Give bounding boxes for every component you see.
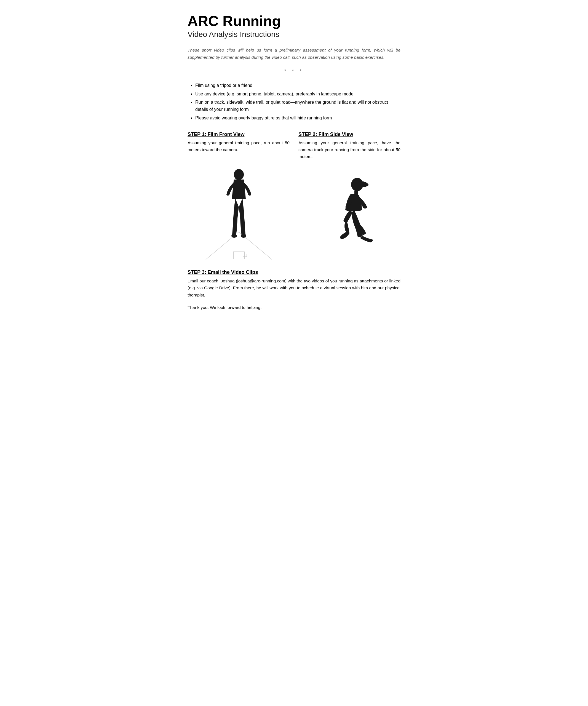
svg-rect-3 — [243, 254, 247, 257]
svg-rect-2 — [233, 252, 244, 259]
svg-point-6 — [241, 234, 246, 238]
subtitle: Video Analysis Instructions — [188, 30, 400, 39]
step1-col: STEP 1: Film Front View Assuming your ge… — [188, 131, 299, 160]
svg-point-4 — [234, 169, 244, 180]
step2-description: Assuming your general training pace, hav… — [299, 140, 400, 160]
bullet-list: Film using a tripod or a friend Use any … — [195, 82, 400, 122]
bullet-item-3: Run on a track, sidewalk, wide trail, or… — [195, 99, 400, 113]
side-view-figure — [303, 177, 388, 260]
steps-container: STEP 1: Film Front View Assuming your ge… — [188, 131, 400, 160]
side-runner-silhouette — [303, 177, 388, 254]
front-view-figure — [200, 166, 277, 260]
step3-heading: STEP 3: Email the Video Clips — [188, 269, 400, 275]
figures-container — [188, 166, 400, 260]
front-runner-silhouette — [222, 168, 256, 246]
step1-description: Assuming your general training pace, run… — [188, 140, 289, 153]
bullet-item-1: Film using a tripod or a friend — [195, 82, 400, 89]
thank-you-text: Thank you. We look forward to helping. — [188, 304, 400, 311]
main-title: ARC Running — [188, 13, 400, 29]
bullet-item-2: Use any device (e.g. smart phone, tablet… — [195, 90, 400, 97]
intro-text: These short video clips will help us for… — [188, 47, 400, 61]
step3-section: STEP 3: Email the Video Clips Email our … — [188, 269, 400, 311]
step2-heading: STEP 2: Film Side View — [299, 131, 400, 138]
step3-text: Email our coach, Joshua (joshua@arc-runn… — [188, 277, 400, 299]
divider-stars: * * * — [188, 68, 400, 74]
bullet-item-4: Please avoid wearing overly baggy attire… — [195, 114, 400, 122]
step2-col: STEP 2: Film Side View Assuming your gen… — [299, 131, 400, 160]
step1-heading: STEP 1: Film Front View — [188, 131, 289, 138]
svg-rect-8 — [354, 191, 358, 194]
svg-point-5 — [231, 234, 237, 238]
